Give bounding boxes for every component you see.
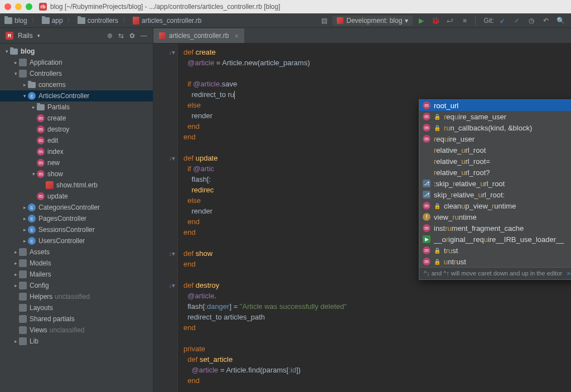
- tool-window-title[interactable]: Rails: [18, 32, 33, 40]
- gutter-row[interactable]: [153, 142, 177, 153]
- gutter-row[interactable]: [153, 227, 177, 238]
- chevron-down-icon[interactable]: ▾: [3, 49, 10, 54]
- autocomplete-item[interactable]: m🔒untrustObject: [419, 256, 571, 267]
- stop-button[interactable]: ■: [458, 14, 471, 27]
- code-line[interactable]: redirect_to articles_path: [183, 312, 571, 322]
- chevron-down-icon[interactable]: ▾: [30, 171, 37, 177]
- autocomplete-item[interactable]: mrelative_url_root?included in AbstractC…: [419, 167, 571, 178]
- breadcrumb[interactable]: app〉: [42, 16, 75, 25]
- code-line[interactable]: if @article.save: [183, 79, 571, 89]
- gutter-row[interactable]: [153, 354, 177, 365]
- gutter-row[interactable]: [153, 375, 177, 386]
- gutter-row[interactable]: [153, 110, 177, 121]
- gutter-row[interactable]: [153, 163, 177, 174]
- gutter-row[interactable]: [153, 132, 177, 142]
- gutter-row[interactable]: [153, 269, 177, 280]
- gutter-row[interactable]: ↓▾: [153, 248, 177, 259]
- chevron-down-icon[interactable]: ▾: [37, 33, 40, 38]
- tree-node[interactable]: mindex: [0, 146, 153, 157]
- editor-tab[interactable]: articles_controller.rb ×: [153, 28, 244, 43]
- git-history-icon[interactable]: ◷: [525, 14, 538, 27]
- tree-node[interactable]: ▸concerns: [0, 79, 153, 90]
- autocomplete-popup[interactable]: mroot_urlArticlesControllerm🔒require_sam…: [419, 99, 571, 280]
- tree-node[interactable]: show.html.erb: [0, 180, 153, 191]
- tree-node[interactable]: ▸cCategoriesController: [0, 202, 153, 213]
- project-tree[interactable]: ▾blog▸Application▾Controllers▸concerns▾c…: [0, 43, 153, 392]
- tree-node[interactable]: ▾cArticlesController: [0, 90, 153, 101]
- code-line[interactable]: @article.: [183, 291, 571, 301]
- code-line[interactable]: end: [183, 322, 571, 333]
- code-editor[interactable]: def create @article = Article.new(articl…: [178, 43, 571, 392]
- chevron-right-icon[interactable]: ▸: [12, 249, 19, 255]
- tree-node[interactable]: Shared partials: [0, 313, 153, 325]
- autocomplete-item[interactable]: mrelative_url_root=included in AbstractC…: [419, 156, 571, 167]
- maximize-window-icon[interactable]: [26, 3, 32, 10]
- git-commit-icon[interactable]: ✓: [511, 14, 523, 27]
- tree-node[interactable]: ▾Controllers: [0, 68, 153, 79]
- gutter-row[interactable]: [153, 322, 177, 333]
- gutter-row[interactable]: [153, 89, 177, 100]
- gutter-run-icon[interactable]: ↓▾: [168, 250, 175, 258]
- chevron-right-icon[interactable]: ▸: [12, 272, 19, 277]
- gutter-row[interactable]: [153, 79, 177, 89]
- autocomplete-item[interactable]: mrelative_url_rootincluded in AbstractCo…: [419, 144, 571, 156]
- tree-node[interactable]: ▾blog: [0, 46, 153, 57]
- breadcrumb[interactable]: articles_controller.rb: [133, 17, 201, 25]
- gutter-row[interactable]: [153, 68, 177, 79]
- code-line[interactable]: def set_article: [183, 354, 571, 365]
- gutter-run-icon[interactable]: ↓▾: [168, 282, 175, 289]
- gutter-row[interactable]: [153, 301, 177, 312]
- chevron-right-icon[interactable]: ▸: [12, 260, 19, 266]
- gutter-row[interactable]: [153, 343, 177, 354]
- chevron-right-icon[interactable]: ▸: [21, 238, 28, 244]
- breadcrumb[interactable]: blog〉: [4, 16, 40, 25]
- chevron-right-icon[interactable]: ▸: [21, 216, 28, 221]
- autocomplete-item[interactable]: m🔒require_same_userArticlesController: [419, 111, 571, 122]
- code-line[interactable]: redirect_to ru: [183, 89, 571, 100]
- gutter-row[interactable]: [153, 57, 177, 68]
- code-line[interactable]: flash[:danger] = "Article was successful…: [183, 301, 571, 312]
- tree-node[interactable]: ▾mshow: [0, 168, 153, 180]
- tree-node[interactable]: ▸Mailers: [0, 269, 153, 280]
- debug-button[interactable]: 🐞: [429, 14, 442, 27]
- gutter-row[interactable]: ↓▾: [153, 280, 177, 291]
- gutter-row[interactable]: [153, 100, 177, 110]
- tree-node[interactable]: mcreate: [0, 113, 153, 124]
- code-line[interactable]: @article = Article.find(params[:id]): [183, 365, 571, 375]
- collapse-icon[interactable]: ⇆: [118, 32, 124, 40]
- chevron-right-icon[interactable]: ▸: [30, 104, 37, 110]
- run-button[interactable]: ▶: [415, 14, 427, 27]
- git-update-icon[interactable]: ↙: [496, 14, 509, 27]
- autocomplete-item[interactable]: m🔒cleanup_view_runtimeActionController::…: [419, 200, 571, 211]
- code-line[interactable]: def create: [183, 47, 571, 57]
- code-line[interactable]: private: [183, 343, 571, 354]
- gutter-row[interactable]: [153, 195, 177, 206]
- code-line[interactable]: [183, 333, 571, 343]
- chevron-down-icon[interactable]: ▾: [12, 71, 19, 76]
- autocomplete-item[interactable]: mroot_urlArticlesController: [419, 100, 571, 111]
- gutter-row[interactable]: ↓▾: [153, 47, 177, 57]
- tree-node[interactable]: Viewsunclassified: [0, 325, 153, 336]
- close-window-icon[interactable]: [4, 3, 11, 10]
- code-line[interactable]: [183, 68, 571, 79]
- chevron-right-icon[interactable]: ▸: [12, 283, 19, 288]
- code-line[interactable]: @article = Article.new(article_params): [183, 57, 571, 68]
- locate-icon[interactable]: ⊕: [107, 32, 113, 40]
- chevron-right-icon[interactable]: ▸: [12, 60, 19, 65]
- tree-node[interactable]: medit: [0, 135, 153, 146]
- gutter-row[interactable]: [153, 333, 177, 343]
- gutter-row[interactable]: [153, 174, 177, 185]
- minimize-window-icon[interactable]: [15, 3, 22, 10]
- autocomplete-item[interactable]: ⎇skip_relative_url_root:: [419, 189, 571, 200]
- autocomplete-item[interactable]: minstrument_fragment_cacheActionControll…: [419, 222, 571, 234]
- gear-icon[interactable]: ✿: [129, 32, 135, 40]
- build-icon[interactable]: ▤: [318, 14, 330, 27]
- autocomplete-item[interactable]: mrequire_userApplicationController: [419, 133, 571, 144]
- gutter-row[interactable]: [153, 206, 177, 216]
- tree-node[interactable]: ▸cPagesController: [0, 213, 153, 224]
- tree-node[interactable]: ▸Assets: [0, 246, 153, 258]
- gutter-row[interactable]: [153, 365, 177, 375]
- tree-node[interactable]: ▸Models: [0, 258, 153, 269]
- coverage-button[interactable]: ⮐: [444, 14, 456, 27]
- gutter-row[interactable]: [153, 185, 177, 195]
